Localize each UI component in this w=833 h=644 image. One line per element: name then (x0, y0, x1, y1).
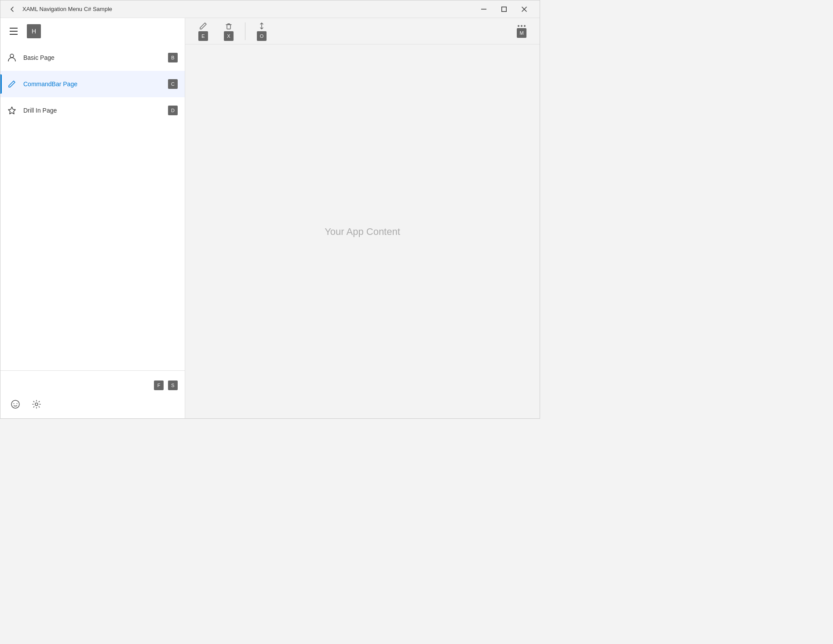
nav-item-commandbar-page-badge: C (168, 79, 178, 89)
footer-badge-s: S (168, 381, 178, 390)
hamburger-line-2 (10, 31, 18, 32)
more-icon (517, 25, 526, 27)
sidebar-footer-row: F S (0, 374, 185, 396)
more-badge: M (517, 28, 526, 38)
pencil-icon (7, 80, 16, 88)
delete-button[interactable]: X (218, 19, 240, 44)
sort-button[interactable]: O (251, 19, 273, 44)
hamburger-button[interactable] (6, 23, 22, 39)
sort-badge: O (257, 31, 267, 41)
window-controls (474, 0, 534, 18)
svg-point-11 (518, 25, 519, 27)
edit-icon (199, 22, 208, 30)
svg-rect-1 (502, 7, 507, 11)
delete-badge: X (224, 31, 234, 41)
nav-item-basic-page-label: Basic Page (23, 54, 161, 61)
svg-point-7 (14, 403, 15, 404)
hamburger-line-3 (10, 34, 18, 35)
titlebar: XAML Navigation Menu C# Sample (0, 0, 540, 18)
svg-rect-10 (227, 25, 230, 29)
sidebar-footer: F S (0, 370, 185, 419)
close-button[interactable] (514, 0, 534, 18)
nav-item-basic-page-badge: B (168, 53, 178, 62)
nav-item-basic-page[interactable]: Basic Page B (0, 44, 185, 71)
settings-button[interactable] (29, 396, 44, 412)
svg-point-12 (521, 25, 522, 27)
svg-point-8 (17, 403, 18, 404)
nav-item-drill-in-page-label: Drill In Page (23, 107, 161, 114)
nav-item-commandbar-page-label: CommandBar Page (23, 80, 161, 88)
svg-point-13 (524, 25, 526, 27)
star-icon (7, 106, 16, 115)
window-title: XAML Navigation Menu C# Sample (22, 6, 112, 12)
person-icon (7, 53, 16, 62)
minimize-button[interactable] (474, 0, 494, 18)
svg-point-6 (11, 400, 19, 408)
svg-marker-5 (8, 107, 15, 114)
sidebar-header: H (0, 18, 185, 44)
nav-item-commandbar-page[interactable]: CommandBar Page C (0, 71, 185, 97)
svg-rect-0 (481, 9, 486, 10)
hamburger-line-1 (10, 28, 18, 29)
footer-badge-f: F (154, 381, 164, 390)
user-avatar[interactable]: H (27, 24, 41, 38)
content-area: E X O (185, 18, 540, 419)
back-button[interactable] (6, 3, 19, 16)
maximize-button[interactable] (494, 0, 514, 18)
content-main: Your App Content (185, 44, 540, 419)
sort-icon (257, 22, 266, 30)
smiley-button[interactable] (7, 396, 23, 412)
edit-badge: E (198, 31, 208, 41)
nav-item-drill-in-page-badge: D (168, 106, 178, 115)
svg-point-4 (10, 54, 14, 58)
sidebar-footer-icons (0, 396, 185, 416)
more-button[interactable]: M (511, 19, 533, 44)
command-bar: E X O (185, 18, 540, 44)
svg-point-9 (35, 403, 38, 406)
edit-button[interactable]: E (192, 19, 214, 44)
main-layout: H Basic Page B (0, 18, 540, 419)
nav-items-list: Basic Page B CommandBar Page C (0, 44, 185, 370)
trash-icon (224, 22, 233, 30)
command-bar-divider (245, 22, 245, 40)
sidebar: H Basic Page B (0, 18, 185, 419)
content-placeholder: Your App Content (325, 226, 400, 238)
nav-item-drill-in-page[interactable]: Drill In Page D (0, 97, 185, 124)
